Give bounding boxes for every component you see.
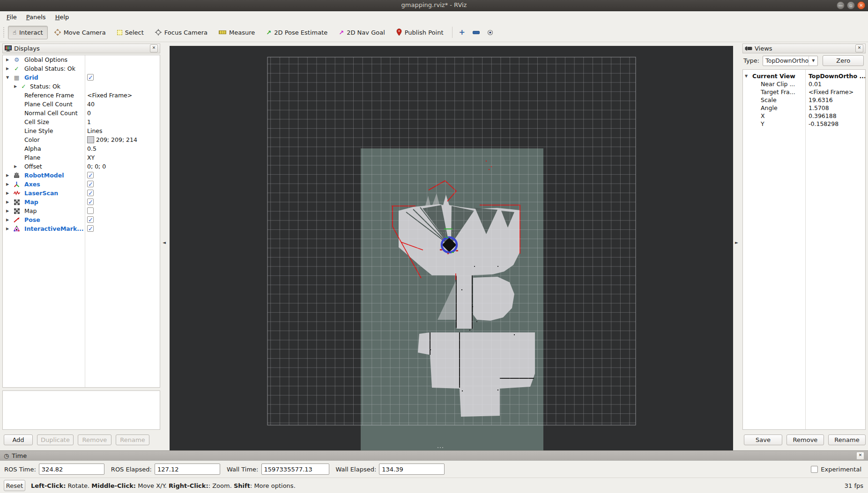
expander-icon[interactable]: ▶ [6,171,9,180]
expander-icon[interactable]: ▶ [6,215,9,224]
expander-icon[interactable]: ▶ [6,198,9,206]
expander-icon[interactable]: ▶ [14,82,17,91]
row-pose[interactable]: ▶ Pose [3,215,160,224]
publish-point-tool-button[interactable]: Publish Point [392,26,448,39]
row-current-view[interactable]: ▼ Current View TopDownOrtho ... [743,72,865,80]
row-map-2[interactable]: ▶ Map [3,206,160,215]
laserscan-visible-checkbox[interactable] [87,190,94,196]
row-grid-status[interactable]: ▶ ✓ Status: Ok [3,82,160,91]
row-alpha[interactable]: Alpha 0.5 [3,144,160,153]
displays-close-icon[interactable]: ✕ [150,44,158,52]
expander-icon[interactable]: ▶ [6,206,9,215]
row-plane[interactable]: Plane XY [3,153,160,162]
add-button[interactable]: Add [4,434,33,445]
wall-time-input[interactable] [261,464,329,475]
focus-view-button[interactable] [484,26,496,39]
window-title: gmapping.rviz* - RViz [0,1,868,8]
views-rename-button[interactable]: Rename [828,434,866,445]
collapse-right-arrow-icon[interactable]: ► [735,241,738,245]
focus-camera-tool-button[interactable]: Focus Camera [150,26,212,39]
time-panel-header[interactable]: ◷ Time ✕ [0,450,868,461]
row-global-status[interactable]: ▶ ✓ Global Status: Ok [3,64,160,73]
views-remove-button[interactable]: Remove [786,434,824,445]
map2-visible-checkbox[interactable] [87,207,94,214]
ros-elapsed-input[interactable] [155,464,220,475]
wall-elapsed-input[interactable] [379,464,445,475]
ros-time-input[interactable] [39,464,104,475]
remove-button[interactable]: Remove [78,434,111,445]
expander-icon[interactable]: ▶ [14,162,17,171]
row-axes[interactable]: ▶ Axes [3,180,160,189]
pose-visible-checkbox[interactable] [87,216,94,223]
row-global-options[interactable]: ▶ ⚙ Global Options [3,55,160,64]
toolbar: ☝ Interact Move Camera Select Focus Came… [0,23,868,42]
row-plane-cell-count[interactable]: Plane Cell Count 40 [3,100,160,109]
row-map-1[interactable]: ▶ Map [3,198,160,206]
row-grid[interactable]: ▼ ▦ Grid [3,73,160,82]
row-scale[interactable]: Scale 19.6316 [743,96,865,104]
row-near-clip[interactable]: Near Clip ... 0.01 [743,80,865,88]
minimize-button-icon[interactable]: — [837,1,845,9]
expander-icon[interactable]: ▶ [6,224,9,233]
rename-button[interactable]: Rename [116,434,149,445]
close-button-icon[interactable]: ✕ [857,1,865,9]
views-panel-title: Views [755,45,772,52]
reset-button[interactable]: Reset [4,480,25,491]
expander-icon[interactable]: ▶ [6,189,9,198]
toolbar-handle[interactable] [2,26,6,38]
zero-button[interactable]: Zero [823,55,864,66]
row-cell-size[interactable]: Cell Size 1 [3,118,160,126]
pose-estimate-tool-button[interactable]: ↗ 2D Pose Estimate [261,26,332,39]
row-offset[interactable]: ▶ Offset 0; 0; 0 [3,162,160,171]
row-angle[interactable]: Angle 1.5708 [743,104,865,112]
interact-tool-button[interactable]: ☝ Interact [8,26,48,39]
pose-estimate-arrow-icon: ↗ [266,29,271,36]
robotmodel-visible-checkbox[interactable] [87,172,94,178]
check-icon: ✓ [20,82,27,91]
publish-point-pin-icon [396,29,402,36]
select-tool-button[interactable]: Select [112,26,148,39]
eye-target-icon [487,29,493,36]
row-y[interactable]: Y -0.158298 [743,120,865,128]
nav-goal-tool-button[interactable]: ↗ 2D Nav Goal [334,26,389,39]
zoom-in-button[interactable]: + [456,26,468,39]
experimental-checkbox[interactable] [811,466,818,473]
save-button[interactable]: Save [744,434,782,445]
expander-icon[interactable]: ▶ [6,55,9,64]
3d-viewport[interactable] [170,46,733,450]
expander-icon[interactable]: ▶ [6,180,9,189]
expander-icon[interactable]: ▶ [6,64,9,73]
menu-file[interactable]: File [2,12,22,22]
row-color[interactable]: Color 209; 209; 214 [3,135,160,144]
menu-panels[interactable]: Panels [22,12,51,22]
maximize-button-icon[interactable]: ▫ [847,1,855,9]
row-robotmodel[interactable]: ▶ RobotModel [3,171,160,180]
grid-visible-checkbox[interactable] [87,74,94,81]
displays-panel-header[interactable]: Displays ✕ [2,44,160,53]
measure-tool-button[interactable]: Measure [214,26,260,39]
row-interactive-markers[interactable]: ▶ InteractiveMark... [3,224,160,233]
row-target-frame[interactable]: Target Fra... <Fixed Frame> [743,88,865,96]
zoom-out-button[interactable] [470,26,482,39]
expander-icon[interactable]: ▼ [745,72,748,80]
interactivemarkers-visible-checkbox[interactable] [87,225,94,232]
fps-counter: 31 fps [845,482,863,489]
views-close-icon[interactable]: ✕ [855,44,863,52]
row-laserscan[interactable]: ▶ LaserScan [3,189,160,198]
row-reference-frame[interactable]: Reference Frame <Fixed Frame> [3,91,160,100]
row-x[interactable]: X 0.396188 [743,112,865,120]
row-normal-cell-count[interactable]: Normal Cell Count 0 [3,109,160,118]
duplicate-button[interactable]: Duplicate [37,434,74,445]
move-camera-tool-button[interactable]: Move Camera [50,26,111,39]
axes-visible-checkbox[interactable] [87,181,94,187]
collapse-left-arrow-icon[interactable]: ◄ [163,241,166,245]
map1-visible-checkbox[interactable] [87,199,94,205]
view-type-combobox[interactable]: TopDownOrtho ( ▼ [763,56,818,66]
menu-help[interactable]: Help [51,12,74,22]
expander-icon[interactable]: ▼ [6,73,9,82]
titlebar[interactable]: gmapping.rviz* - RViz — ▫ ✕ [0,0,868,11]
row-line-style[interactable]: Line Style Lines [3,126,160,135]
time-close-icon[interactable]: ✕ [856,452,864,460]
views-panel-header[interactable]: Views ✕ [742,44,866,53]
move-camera-icon [54,29,61,36]
